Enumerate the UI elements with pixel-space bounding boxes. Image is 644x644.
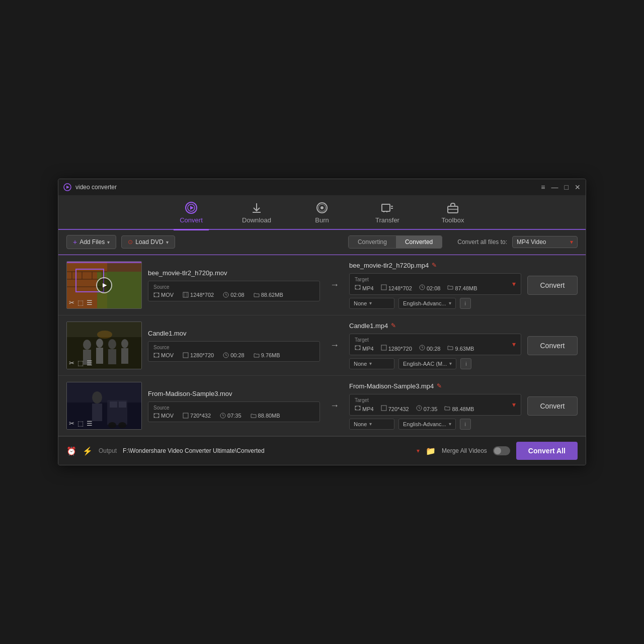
folder-icon-t2 [447,345,453,351]
scissors-icon-2[interactable]: ✂ [69,359,74,367]
edit-icon-2[interactable]: ✎ [391,322,396,329]
svg-line-37 [226,295,227,295]
audio-select-2[interactable]: English-AAC (M... ▾ [398,358,456,369]
source-duration-1: 02:08 [223,292,245,298]
settings-icon-2[interactable]: ☰ [87,359,93,367]
svg-rect-42 [359,288,360,289]
convert-all-files-label: Convert all files to: [457,238,507,246]
nav-item-burn[interactable]: Burn [304,201,340,229]
format-select-dropdown[interactable]: MP4 Video ▾ [512,236,578,248]
source-label-1: Source [153,284,314,290]
svg-rect-87 [158,414,159,415]
arrow-right-3: → [330,400,339,411]
source-box-3: Source MOV 720*432 07:35 [148,401,320,422]
target-format-dropdown-2[interactable]: ▾ [512,340,516,348]
convert-tabs: Converting Converted [348,235,442,249]
crop-icon-3[interactable]: ⬚ [77,420,84,427]
nav-item-toolbox[interactable]: Toolbox [435,201,470,229]
convert-button-1[interactable]: Convert [527,276,578,295]
output-label: Output [99,447,117,454]
tab-converting[interactable]: Converting [349,236,396,248]
convert-all-button[interactable]: Convert All [516,442,578,460]
audio-dropdown-icon-1: ▾ [449,300,451,306]
target-resolution-3: 720*432 [381,405,409,412]
nav-item-download[interactable]: Download [239,201,274,229]
res-icon-t3 [381,405,387,411]
svg-rect-59 [154,353,155,354]
crop-icon-1[interactable]: ⬚ [77,299,84,306]
info-btn-1[interactable]: i [460,298,471,309]
tab-converted[interactable]: Converted [396,236,442,248]
target-label-3: Target [355,397,508,403]
minimize-button[interactable]: — [551,184,558,191]
thumbnail-2[interactable]: ✂ ⬚ ☰ [66,321,142,369]
edit-icon-1[interactable]: ✎ [432,262,437,269]
target-format-dropdown-1[interactable]: ▾ [512,280,516,288]
audio-value-1: English-Advanc... [403,300,446,306]
target-duration-2: 00:28 [419,345,441,352]
scissors-icon-1[interactable]: ✂ [69,299,74,306]
svg-rect-97 [355,409,356,410]
clock-icon-t1 [419,284,425,290]
sub-row-2: None ▾ English-AAC (M... ▾ i [349,358,521,369]
edit-icon-3[interactable]: ✎ [437,382,442,389]
svg-marker-4 [190,206,194,210]
svg-rect-89 [158,417,159,418]
source-label-3: Source [153,405,314,411]
load-dvd-button[interactable]: ⊙ Load DVD ▾ [121,235,175,249]
clock-bottom-icon[interactable]: ⏰ [66,446,76,456]
info-btn-3[interactable]: i [460,419,471,430]
target-box-2: Target MP4 1280*720 [349,334,521,355]
merge-toggle[interactable] [493,446,510,455]
nav-item-transfer[interactable]: Transfer [370,201,405,229]
audio-select-3[interactable]: English-Advanc... ▾ [398,419,456,430]
subtitle-select-3[interactable]: None ▾ [349,419,394,430]
convert-button-2[interactable]: Convert [527,336,578,355]
res-icon-2 [183,352,189,358]
close-button[interactable]: ✕ [575,184,581,191]
settings-icon-1[interactable]: ☰ [87,299,93,306]
nav-label-convert: Convert [180,216,203,224]
target-format-3: MP4 [355,405,374,412]
clock-icon-2 [223,352,229,358]
menu-button[interactable]: ≡ [541,184,545,191]
info-btn-2[interactable]: i [460,358,471,369]
add-files-button[interactable]: + Add Files ▾ [66,235,116,249]
scissors-icon-3[interactable]: ✂ [69,420,74,427]
play-button-1[interactable] [96,277,112,293]
settings-icon-3[interactable]: ☰ [87,420,93,427]
svg-rect-72 [381,345,386,350]
format-dropdown-icon: ▾ [570,238,573,246]
subtitle-select-1[interactable]: None ▾ [349,298,394,309]
svg-rect-62 [158,356,159,357]
source-format-3: MOV [153,413,174,419]
maximize-button[interactable]: □ [565,184,569,191]
svg-line-46 [422,287,423,288]
nav-label-transfer: Transfer [375,216,399,224]
target-duration-3: 07:35 [416,405,438,412]
audio-value-2: English-AAC (M... [403,361,447,367]
target-format-dropdown-3[interactable]: ▾ [512,400,516,409]
output-path-dropdown-icon[interactable]: ▾ [417,447,420,454]
svg-rect-43 [381,285,386,290]
convert-nav-icon [185,201,198,214]
audio-select-1[interactable]: English-Advanc... ▾ [398,298,456,309]
output-path: F:\Wondershare Video Converter Ultimate\… [123,447,411,454]
target-format-1: MP4 [355,284,374,291]
audio-dropdown-icon-2: ▾ [449,361,452,366]
subtitle-select-2[interactable]: None ▾ [349,358,394,369]
svg-rect-95 [355,406,356,407]
target-size-1: 87.48MB [447,284,477,291]
nav-item-convert[interactable]: Convert [174,201,209,230]
crop-icon-2[interactable]: ⬚ [77,359,84,367]
thumbnail-3[interactable]: ✂ ⬚ ☰ [66,382,142,430]
convert-button-3[interactable]: Convert [527,396,578,416]
open-folder-icon[interactable]: 📁 [426,446,436,456]
lightning-bottom-icon[interactable]: ⚡ [83,446,93,456]
source-size-1: 88.62MB [254,292,283,298]
thumbnail-1[interactable]: ✂ ⬚ ☰ [66,261,142,309]
svg-rect-9 [382,204,390,211]
svg-rect-71 [359,349,360,350]
arrow-right-1: → [330,280,339,290]
clock-icon-t2 [419,345,425,351]
